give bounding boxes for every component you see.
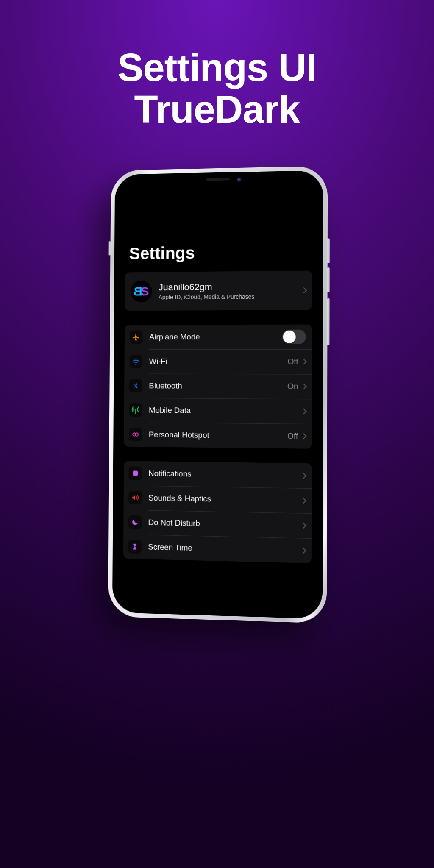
sound-icon <box>128 491 142 504</box>
row-label: Wi-Fi <box>149 357 288 367</box>
profile-name: Juanillo62gm <box>159 281 255 293</box>
chevron-right-icon <box>300 473 306 479</box>
phone-notch <box>176 172 260 187</box>
phone-frame: Settings BS Juanillo62gm Apple ID, iClou… <box>108 166 328 623</box>
row-label: Do Not Disturb <box>148 518 301 531</box>
mobile-data-row[interactable]: Mobile Data <box>124 398 312 424</box>
profile-group: BS Juanillo62gm Apple ID, iCloud, Media … <box>125 271 312 311</box>
profile-text: Juanillo62gm Apple ID, iCloud, Media & P… <box>159 281 255 300</box>
marketing-headline: Settings UI TrueDark <box>0 47 434 131</box>
headline-line-1: Settings UI <box>0 47 434 89</box>
sounds-row[interactable]: Sounds & Haptics <box>124 485 312 513</box>
row-value: On <box>287 382 298 391</box>
volume-down-button <box>328 267 330 292</box>
row-label: Airplane Mode <box>149 332 282 342</box>
headline-line-2: TrueDark <box>0 89 434 131</box>
bluetooth-row[interactable]: Bluetooth On <box>124 373 312 399</box>
chevron-right-icon <box>301 287 307 293</box>
volume-up-button <box>328 239 330 264</box>
wifi-icon <box>129 355 142 368</box>
profile-subtitle: Apple ID, iCloud, Media & Purchases <box>159 293 255 300</box>
airplane-mode-row[interactable]: Airplane Mode <box>125 325 312 350</box>
dnd-row[interactable]: Do Not Disturb <box>123 510 312 538</box>
row-value: Off <box>287 357 298 366</box>
mute-switch <box>109 241 111 255</box>
chevron-right-icon <box>301 359 307 364</box>
airplane-mode-toggle[interactable] <box>282 330 306 344</box>
chevron-right-icon <box>300 523 306 529</box>
chevron-right-icon <box>300 384 306 389</box>
antenna-icon <box>129 403 142 417</box>
power-button <box>327 298 329 345</box>
chevron-right-icon <box>300 548 306 554</box>
system-group: Notifications Sounds & Haptics <box>123 461 312 563</box>
row-label: Sounds & Haptics <box>148 493 301 505</box>
svg-point-0 <box>135 409 136 410</box>
chevron-right-icon <box>300 408 306 414</box>
row-label: Bluetooth <box>149 381 287 391</box>
row-label: Mobile Data <box>149 406 301 416</box>
bluetooth-icon <box>129 379 142 392</box>
page-title: Settings <box>120 242 317 269</box>
apple-id-row[interactable]: BS Juanillo62gm Apple ID, iCloud, Media … <box>125 271 312 311</box>
row-label: Notifications <box>148 469 301 480</box>
row-value: Off <box>287 431 298 441</box>
notifications-row[interactable]: Notifications <box>124 461 312 488</box>
row-label: Personal Hotspot <box>149 430 287 441</box>
airplane-icon <box>129 330 142 344</box>
hourglass-icon <box>128 540 142 554</box>
phone-bezel: Settings BS Juanillo62gm Apple ID, iClou… <box>112 170 323 619</box>
chevron-right-icon <box>300 498 306 504</box>
avatar: BS <box>131 281 152 303</box>
svg-point-2 <box>135 433 138 436</box>
hotspot-icon <box>129 428 142 441</box>
connectivity-group: Airplane Mode Wi-Fi Off <box>124 325 312 449</box>
svg-point-1 <box>133 433 136 436</box>
screen-time-row[interactable]: Screen Time <box>123 534 312 563</box>
row-label: Screen Time <box>148 542 301 556</box>
wifi-row[interactable]: Wi-Fi Off <box>124 349 312 374</box>
phone-stage: Settings BS Juanillo62gm Apple ID, iClou… <box>107 167 327 619</box>
moon-icon <box>128 515 142 529</box>
notifications-icon <box>129 466 142 480</box>
settings-screen: Settings BS Juanillo62gm Apple ID, iClou… <box>118 178 317 611</box>
chevron-right-icon <box>300 433 306 439</box>
svg-rect-3 <box>133 471 138 476</box>
personal-hotspot-row[interactable]: Personal Hotspot Off <box>124 422 312 449</box>
front-camera <box>237 178 242 182</box>
